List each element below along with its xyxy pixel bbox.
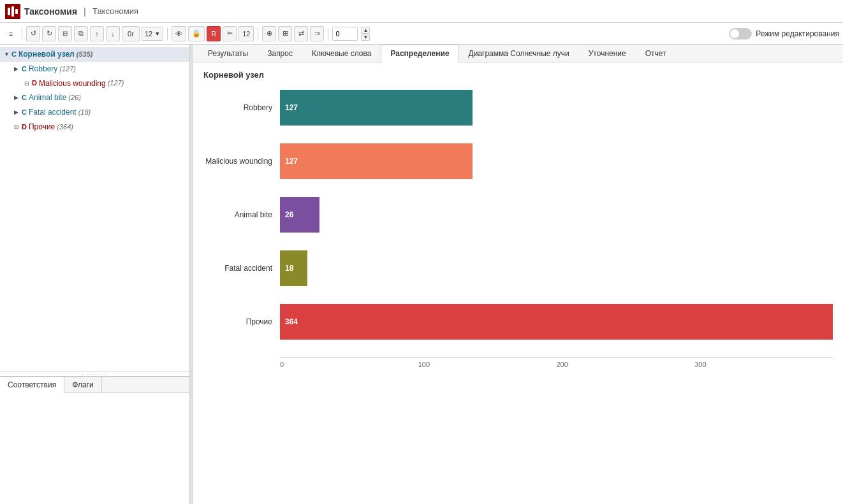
svg-rect-0 — [8, 8, 10, 15]
item4-label: Прочие — [29, 122, 55, 133]
bar-row-0[interactable]: Robbery127 — [203, 90, 833, 126]
item4-expand-icon: ⊟ — [14, 123, 22, 131]
top-tabs-bar: Результаты Запрос Ключевые слова Распред… — [193, 45, 843, 62]
tab-flags[interactable]: Флаги — [64, 377, 101, 392]
x-tick-0: 0 — [280, 361, 418, 368]
tree-section: ▼ C Корневой узел (535) ▶ C Robbery (127… — [0, 45, 189, 371]
bar-label-4: Прочие — [203, 317, 280, 326]
edit-mode-toggle[interactable] — [729, 28, 752, 40]
bar-fill-0[interactable]: 127 — [280, 90, 473, 126]
sep4 — [328, 27, 328, 40]
x-tick-3: 300 — [694, 361, 833, 368]
tab-report[interactable]: Отчет — [636, 45, 676, 62]
tab-correspondences[interactable]: Соответствия — [0, 377, 64, 393]
x-axis: 0100200300 — [280, 357, 833, 368]
tab-results[interactable]: Результаты — [198, 45, 258, 62]
redo-button[interactable]: ↻ — [42, 26, 56, 41]
bar-fill-1[interactable]: 127 — [280, 143, 473, 179]
root-expand-icon[interactable]: ▼ — [4, 50, 11, 59]
bar-fill-4[interactable]: 364 — [280, 304, 833, 340]
bar-wrap-0: 127 — [280, 90, 833, 126]
bottom-panel: Соответствия Флаги — [0, 377, 189, 504]
zero-r-button[interactable]: 0r — [122, 26, 140, 41]
sep1 — [22, 27, 22, 40]
bottom-tabs-row: Соответствия Флаги — [0, 377, 189, 393]
tab-keywords[interactable]: Ключевые слова — [302, 45, 381, 62]
tree-item-0[interactable]: ▶ C Robbery (127) — [0, 62, 189, 76]
bar-row-2[interactable]: Animal bite26 — [203, 197, 833, 233]
item3-expand-icon[interactable]: ▶ — [14, 108, 22, 117]
spin-down-button[interactable]: ▼ — [361, 34, 370, 41]
item0-count: (127) — [59, 64, 76, 74]
spin-up-button[interactable]: ▲ — [361, 27, 370, 34]
item3-label: Fatal accident — [29, 107, 77, 118]
tree-item-4[interactable]: ⊟ D Прочие (364) — [0, 120, 189, 134]
move-button[interactable]: ⇄ — [294, 26, 308, 41]
bar-label-1: Malicious wounding — [203, 157, 280, 166]
grid-button[interactable]: ⊟ — [58, 26, 72, 41]
tree-item-1[interactable]: ⊟ D Malicious wounding (127) — [0, 76, 189, 91]
tree-item-3[interactable]: ▶ C Fatal accident (18) — [0, 105, 189, 120]
num2-button[interactable]: 12 — [238, 26, 254, 41]
bar-wrap-3: 18 — [280, 250, 833, 286]
red-button[interactable]: R — [207, 26, 221, 41]
merge-button[interactable]: ⊕ — [262, 26, 276, 41]
bar-label-2: Animal bite — [203, 210, 280, 219]
sep3 — [258, 27, 258, 40]
top-bar: Таксономия | Таксономия — [0, 0, 843, 23]
item4-count: (364) — [57, 122, 73, 132]
tab-query[interactable]: Запрос — [258, 45, 302, 62]
bar-label-3: Fatal accident — [203, 264, 280, 273]
number-input[interactable] — [332, 27, 358, 41]
export-button[interactable]: ⇒ — [310, 26, 324, 41]
edit-mode-container: Режим редактирования — [729, 28, 839, 40]
app-title: Таксономия | Таксономия — [5, 4, 138, 19]
breadcrumb-separator: | — [84, 6, 86, 17]
resizer-handle[interactable]: · · · · · — [0, 371, 189, 377]
svg-rect-1 — [11, 6, 14, 17]
bar-fill-3[interactable]: 18 — [280, 250, 307, 286]
lock-button[interactable]: 🔒 — [188, 26, 205, 41]
right-content: Результаты Запрос Ключевые слова Распред… — [193, 45, 843, 504]
bar-wrap-1: 127 — [280, 143, 833, 179]
app-logo — [5, 4, 20, 19]
bar-chart: Robbery127Malicious wounding127Animal bi… — [203, 90, 833, 340]
down-button[interactable]: ↓ — [106, 26, 120, 41]
bar-wrap-4: 364 — [280, 304, 833, 340]
item0-label: Robbery — [29, 64, 57, 75]
bottom-tab-content — [0, 393, 189, 504]
item2-label: Animal bite — [29, 92, 66, 103]
main-layout: ▼ C Корневой узел (535) ▶ C Robbery (127… — [0, 45, 843, 504]
tab-distribution[interactable]: Распределение — [381, 45, 458, 62]
svg-rect-2 — [15, 9, 18, 14]
number-dropdown[interactable]: 12 ▼ — [142, 27, 163, 41]
copy-button[interactable]: ⧉ — [74, 26, 88, 41]
item3-count: (18) — [78, 108, 91, 117]
tree-item-2[interactable]: ▶ C Animal bite (26) — [0, 90, 189, 105]
item0-expand-icon[interactable]: ▶ — [14, 65, 22, 73]
up-button[interactable]: ↑ — [90, 26, 104, 41]
refresh-button[interactable]: ↺ — [26, 26, 40, 41]
chart-area: Корневой узел Robbery127Malicious woundi… — [193, 62, 843, 504]
tab-refinement[interactable]: Уточнение — [579, 45, 636, 62]
item2-expand-icon[interactable]: ▶ — [14, 94, 22, 102]
toolbar: ≡ ↺ ↻ ⊟ ⧉ ↑ ↓ 0r 12 ▼ 👁 🔒 R ✂ 12 ⊕ ⊞ ⇄ ⇒… — [0, 23, 843, 45]
sep2 — [167, 27, 168, 40]
insert-button[interactable]: ⊞ — [278, 26, 292, 41]
tree-root-item[interactable]: ▼ C Корневой узел (535) — [0, 47, 189, 62]
tab-sunburst[interactable]: Диаграмма Солнечные лучи — [459, 45, 579, 62]
scissors-button[interactable]: ✂ — [223, 26, 237, 41]
settings-icon-btn[interactable]: ≡ — [4, 26, 18, 41]
x-tick-1: 100 — [418, 361, 557, 368]
edit-mode-label: Режим редактирования — [756, 29, 839, 38]
bar-fill-2[interactable]: 26 — [280, 197, 319, 233]
bar-label-0: Robbery — [203, 103, 280, 112]
item1-label: Malicious wounding — [39, 78, 106, 89]
root-label: Корневой узел — [18, 49, 75, 60]
bar-row-3[interactable]: Fatal accident18 — [203, 250, 833, 286]
eye-button[interactable]: 👁 — [172, 26, 186, 41]
bar-row-4[interactable]: Прочие364 — [203, 304, 833, 340]
bar-row-1[interactable]: Malicious wounding127 — [203, 143, 833, 179]
item1-count: (127) — [108, 78, 124, 88]
left-sidebar: ▼ C Корневой узел (535) ▶ C Robbery (127… — [0, 45, 190, 504]
